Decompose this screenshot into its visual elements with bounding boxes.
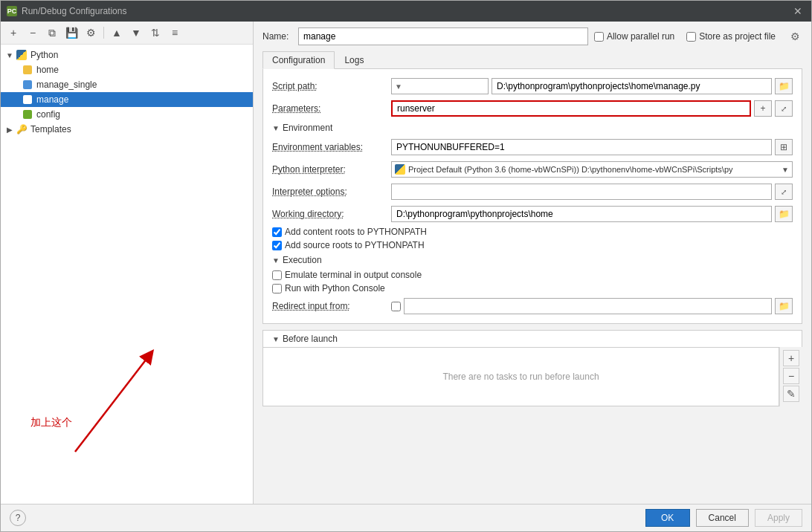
script-path-label: Script path: bbox=[272, 81, 391, 91]
env-vars-label: Environment variables: bbox=[272, 142, 391, 152]
tree-item-manage-single-label: manage_single bbox=[36, 80, 97, 90]
tab-configuration[interactable]: Configuration bbox=[262, 51, 335, 69]
add-config-button[interactable]: + bbox=[5, 25, 22, 41]
before-launch-label: Before launch bbox=[283, 334, 338, 344]
parameters-add-btn[interactable]: + bbox=[754, 100, 772, 117]
parameters-wrap: + ⤢ bbox=[391, 100, 793, 117]
parameters-row: Parameters: + ⤢ bbox=[263, 97, 802, 120]
move-up-button[interactable]: ▲ bbox=[109, 25, 125, 41]
apply-button[interactable]: Apply bbox=[755, 509, 802, 527]
emulate-terminal-label: Emulate terminal in output console bbox=[285, 270, 422, 280]
interpreter-options-input[interactable] bbox=[391, 184, 772, 200]
redirect-input-input[interactable] bbox=[404, 298, 772, 314]
tree-item-manage[interactable]: manage bbox=[1, 92, 253, 107]
save-config-button[interactable]: 💾 bbox=[63, 25, 80, 41]
config-body: Script path: ▼ 📁 Parameters: + bbox=[262, 69, 802, 324]
tree-item-templates[interactable]: ▶ 🔑 Templates bbox=[1, 122, 253, 137]
app-icon: PC bbox=[7, 6, 17, 16]
content-roots-checkbox[interactable] bbox=[272, 227, 282, 237]
run-python-console-checkbox[interactable] bbox=[272, 284, 282, 293]
name-input[interactable] bbox=[298, 27, 588, 45]
script-path-dropdown-btn[interactable]: ▼ bbox=[391, 78, 489, 94]
config-tree: ▼ Python home bbox=[1, 45, 253, 277]
tree-item-manage-single[interactable]: manage_single bbox=[1, 77, 253, 92]
execution-section-header[interactable]: ▼ Execution bbox=[263, 252, 802, 268]
close-button[interactable]: ✕ bbox=[790, 5, 805, 17]
options-button[interactable]: ≡ bbox=[167, 25, 183, 41]
cancel-button[interactable]: Cancel bbox=[696, 509, 749, 527]
parameters-input[interactable] bbox=[391, 100, 751, 117]
left-panel: + − ⧉ 💾 ⚙ ▲ ▼ ⇅ ≡ ▼ bbox=[1, 22, 254, 504]
parameters-expand-btn[interactable]: ⤢ bbox=[775, 100, 793, 117]
interpreter-dropdown[interactable]: Project Default (Python 3.6 (home-vbWCnS… bbox=[391, 161, 793, 178]
right-panel: Name: Allow parallel run Store as projec… bbox=[254, 22, 811, 504]
before-launch-header[interactable]: ▼ Before launch bbox=[262, 330, 802, 347]
script-path-row: Script path: ▼ 📁 bbox=[263, 75, 802, 97]
home-config-icon bbox=[22, 64, 33, 76]
before-launch-body-row: There are no tasks to run before launch … bbox=[262, 347, 802, 406]
env-vars-icon-btn[interactable]: ⊞ bbox=[775, 139, 793, 155]
gear-button[interactable]: ⚙ bbox=[787, 29, 802, 44]
title-bar: PC Run/Debug Configurations ✕ bbox=[1, 1, 811, 22]
allow-parallel-checkbox-item: Allow parallel run bbox=[594, 31, 674, 42]
env-vars-wrap: ⊞ bbox=[391, 139, 793, 155]
execution-arrow: ▼ bbox=[272, 256, 280, 265]
before-launch-remove-btn[interactable]: − bbox=[783, 368, 799, 384]
ok-button[interactable]: OK bbox=[645, 509, 690, 527]
working-dir-folder-btn[interactable]: 📁 bbox=[775, 206, 793, 222]
tree-group-python[interactable]: ▼ Python bbox=[1, 48, 253, 62]
help-button[interactable]: ? bbox=[10, 510, 26, 526]
content-roots-label: Add content roots to PYTHONPATH bbox=[285, 227, 427, 237]
before-launch-add-btn[interactable]: + bbox=[783, 350, 799, 366]
tree-item-manage-label: manage bbox=[36, 94, 68, 105]
annotation-arrow bbox=[1, 281, 254, 504]
emulate-terminal-checkbox[interactable] bbox=[272, 270, 282, 280]
run-python-console-row: Run with Python Console bbox=[263, 282, 802, 295]
config-config-icon bbox=[22, 108, 33, 120]
templates-arrow: ▶ bbox=[4, 123, 16, 135]
copy-config-button[interactable]: ⧉ bbox=[44, 25, 60, 41]
interpreter-label: Python interpreter: bbox=[272, 164, 391, 175]
script-path-wrap: ▼ 📁 bbox=[391, 78, 793, 94]
environment-label: Environment bbox=[283, 123, 332, 133]
env-vars-input[interactable] bbox=[391, 139, 772, 155]
python-group-arrow: ▼ bbox=[4, 49, 16, 61]
working-dir-input[interactable] bbox=[391, 206, 772, 222]
tab-logs[interactable]: Logs bbox=[335, 51, 373, 68]
tree-item-templates-label: Templates bbox=[30, 124, 71, 134]
allow-parallel-checkbox[interactable] bbox=[594, 32, 604, 42]
interpreter-text: Project Default (Python 3.6 (home-vbWCnS… bbox=[408, 165, 782, 174]
templates-icon: 🔑 bbox=[16, 123, 28, 135]
allow-parallel-label: Allow parallel run bbox=[607, 31, 674, 42]
source-roots-checkbox[interactable] bbox=[272, 241, 282, 250]
name-row-right: Allow parallel run Store as project file… bbox=[594, 29, 802, 44]
settings-button[interactable]: ⚙ bbox=[83, 25, 99, 41]
annotation-area: 加上这个 bbox=[1, 277, 253, 504]
script-path-input[interactable] bbox=[492, 78, 772, 94]
tree-item-config[interactable]: config bbox=[1, 107, 253, 122]
redirect-input-label: Redirect input from: bbox=[272, 301, 391, 311]
working-dir-label: Working directory: bbox=[272, 209, 391, 219]
working-dir-wrap: 📁 bbox=[391, 206, 793, 222]
store-project-checkbox[interactable] bbox=[686, 32, 696, 42]
interpreter-dropdown-arrow: ▼ bbox=[782, 166, 789, 174]
tree-item-home[interactable]: home bbox=[1, 62, 253, 77]
tabs: Configuration Logs bbox=[262, 51, 802, 69]
toolbar: + − ⧉ 💾 ⚙ ▲ ▼ ⇅ ≡ bbox=[1, 22, 253, 45]
interpreter-options-expand-btn[interactable]: ⤢ bbox=[775, 184, 793, 200]
environment-section-header[interactable]: ▼ Environment bbox=[263, 120, 802, 136]
env-vars-row: Environment variables: ⊞ bbox=[263, 136, 802, 158]
redirect-input-folder-btn[interactable]: 📁 bbox=[775, 298, 793, 314]
python-small-icon bbox=[395, 164, 405, 175]
python-group-label: Python bbox=[30, 50, 58, 60]
remove-config-button[interactable]: − bbox=[25, 25, 41, 41]
redirect-input-checkbox[interactable] bbox=[391, 302, 401, 311]
sort-button[interactable]: ⇅ bbox=[147, 25, 164, 41]
before-launch-edit-btn[interactable]: ✎ bbox=[783, 386, 799, 402]
store-project-label: Store as project file bbox=[699, 31, 776, 42]
move-down-button[interactable]: ▼ bbox=[128, 25, 144, 41]
manage-single-config-icon bbox=[22, 79, 33, 91]
script-path-folder-btn[interactable]: 📁 bbox=[775, 78, 793, 94]
toolbar-separator bbox=[103, 27, 104, 39]
source-roots-label: Add source roots to PYTHONPATH bbox=[285, 240, 425, 250]
